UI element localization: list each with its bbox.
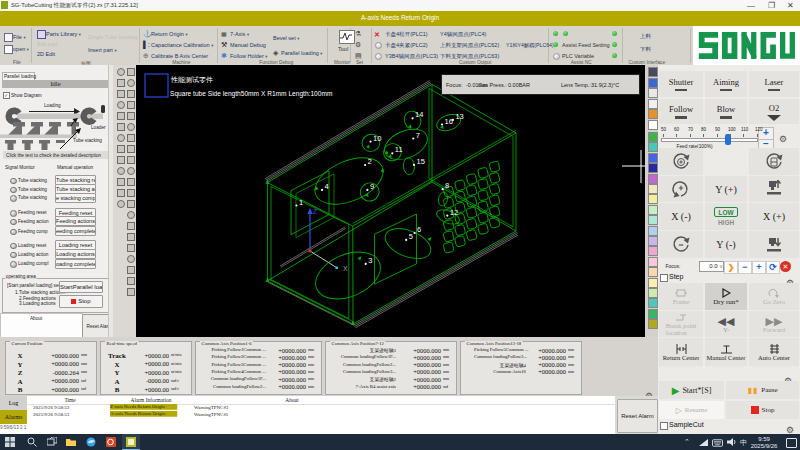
svg-text:15: 15 [417,157,425,166]
svg-text:Gas Press.:: Gas Press.: [478,82,507,88]
svg-text:1: 1 [299,198,303,207]
svg-text:14: 14 [415,110,423,119]
svg-text:2: 2 [368,157,372,166]
svg-text:31.9(2.3)°C: 31.9(2.3)°C [591,82,619,88]
svg-text:Square tube Side length50mm X: Square tube Side length50mm X R1mm Lengt… [170,90,333,98]
svg-text:Lens Temp.:: Lens Temp.: [561,82,591,88]
svg-text:6: 6 [417,225,421,234]
svg-text:Z: Z [313,208,318,215]
svg-text:5: 5 [409,232,413,241]
svg-text:3: 3 [368,256,372,265]
svg-text:12: 12 [450,208,458,217]
svg-text:9: 9 [370,182,374,191]
svg-text:0.00BAR: 0.00BAR [508,82,530,88]
svg-text:11: 11 [395,145,403,154]
svg-text:Focus:: Focus: [446,82,463,88]
svg-text:7: 7 [416,131,420,140]
svg-text:性能测试零件: 性能测试零件 [170,76,213,84]
svg-text:16: 16 [445,117,453,126]
svg-text:13: 13 [455,112,463,121]
svg-text:8: 8 [445,181,449,190]
svg-text:10: 10 [373,134,381,143]
svg-text:4: 4 [325,182,329,191]
svg-text:X: X [343,265,348,272]
